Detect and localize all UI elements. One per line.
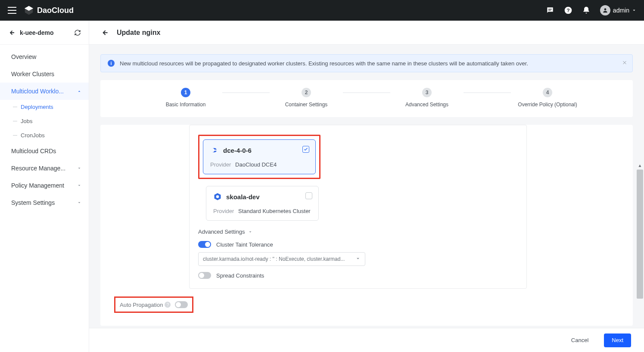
chevron-down-icon [77,200,82,205]
auto-propagation-label: Auto Propagation ? [120,302,171,308]
cluster-name: skoala-dev [226,193,260,201]
chevron-up-icon [77,89,82,94]
sidebar-item-deployments[interactable]: Deployments [0,100,89,114]
scroll-up-icon[interactable]: ▲ [637,162,643,169]
sidebar-nav: Overview Worker Clusters Multicloud Work… [0,45,89,215]
checkbox-icon[interactable] [305,192,312,199]
topbar: DaoCloud ? admin [0,0,644,21]
provider-label: Provider [210,161,231,168]
user-menu[interactable]: admin [600,5,636,15]
provider-value: DaoCloud DCE4 [235,161,277,168]
step-container-settings[interactable]: 2 Container Settings [270,88,343,108]
scrollbar-thumb[interactable] [637,170,643,299]
brand-text: DaoCloud [37,6,74,15]
alert-text: New multicloud resources will be propaga… [120,60,528,67]
highlighted-cluster: dce-4-0-6 Provider DaoCloud DCE4 [198,135,320,179]
cluster-card-dce[interactable]: dce-4-0-6 Provider DaoCloud DCE4 [203,139,316,174]
footer: Cancel Next [89,328,644,352]
page-header: Update nginx [89,21,644,45]
deploy-settings-box: dce-4-0-6 Provider DaoCloud DCE4 [189,125,527,289]
spread-constraints-label: Spread Constraints [216,272,264,279]
sidebar-item-policy-management[interactable]: Policy Management [0,177,89,194]
form-card: dce-4-0-6 Provider DaoCloud DCE4 [100,125,633,326]
chevron-down-icon [77,183,82,188]
sidebar-item-overview[interactable]: Overview [0,48,89,65]
chevron-down-icon [632,8,636,12]
context-name: k-uee-demo [20,29,74,36]
sidebar-item-system-settings[interactable]: System Settings [0,194,89,211]
checkbox-icon[interactable] [302,146,309,153]
cluster-name: dce-4-0-6 [223,147,252,154]
next-button[interactable]: Next [604,333,631,347]
help-icon[interactable]: ? [564,6,572,15]
help-icon[interactable]: ? [165,302,171,308]
hamburger-icon[interactable] [8,7,16,14]
select-value: cluster.karmada.io/not-ready : '' : NoEx… [203,256,355,262]
svg-rect-0 [548,9,552,9]
auto-propagation-switch[interactable] [175,301,188,308]
svg-text:?: ? [566,7,569,13]
cancel-button[interactable]: Cancel [563,333,596,347]
brand: DaoCloud [24,6,74,15]
sidebar-item-worker-clusters[interactable]: Worker Clusters [0,65,89,83]
taint-toleration-row: Cluster Taint Tolerance [198,241,518,248]
steps-card: 1 Basic Information 2 Container Settings… [100,80,633,117]
svg-rect-5 [214,150,217,151]
sidebar-item-multicloud-workloads[interactable]: Multicloud Worklo... [0,83,89,100]
taint-toleration-label: Cluster Taint Tolerance [216,241,273,248]
taint-toleration-select[interactable]: cluster.karmada.io/not-ready : '' : NoEx… [198,252,365,266]
spread-constraints-row: Spread Constraints [198,272,518,279]
info-alert: i New multicloud resources will be propa… [100,54,633,72]
sidebar-item-cronjobs[interactable]: CronJobs [0,128,89,142]
chevron-down-icon [248,230,252,234]
sidebar-item-resource-management[interactable]: Resource Manage... [0,160,89,177]
sidebar-header: k-uee-demo [0,21,89,45]
svg-point-4 [604,8,607,10]
user-name: admin [613,7,629,14]
sidebar-item-jobs[interactable]: Jobs [0,114,89,128]
provider-label: Provider [213,208,234,214]
cluster-selector: dce-4-0-6 Provider DaoCloud DCE4 [198,133,518,221]
step-override-policy[interactable]: 4 Override Policy (Optional) [511,88,584,108]
sidebar: k-uee-demo Overview Worker Clusters Mult… [0,21,89,352]
info-icon: i [108,60,115,67]
cluster-logo-icon [210,146,219,154]
svg-rect-1 [548,10,551,10]
page-back-icon[interactable] [100,28,109,37]
avatar-icon [600,5,610,15]
close-icon[interactable] [622,60,627,67]
chevron-down-icon [77,166,82,171]
chevron-down-icon [355,256,361,262]
svg-point-7 [216,195,219,198]
main: Update nginx i New multicloud resources … [89,21,644,352]
spread-constraints-switch[interactable] [198,272,211,279]
refresh-icon[interactable] [74,29,81,36]
cluster-card-skoala[interactable]: skoala-dev Provider Standard Kubernetes … [206,186,319,221]
advanced-settings-toggle[interactable]: Advanced Settings [198,228,518,235]
back-icon[interactable] [8,29,16,37]
logo-icon [24,6,34,15]
provider-value: Standard Kubernetes Cluster [238,208,311,214]
topbar-actions: ? admin [546,5,636,15]
chat-icon[interactable] [546,6,554,15]
scroll-area: i New multicloud resources will be propa… [89,45,644,328]
bell-icon[interactable] [582,6,591,15]
step-advanced-settings[interactable]: 3 Advanced Settings [390,88,464,108]
auto-propagation-highlight: Auto Propagation ? [114,296,193,313]
taint-toleration-switch[interactable] [198,241,211,248]
kubernetes-logo-icon [213,192,222,201]
page-title: Update nginx [117,29,160,37]
sidebar-item-multicloud-crds[interactable]: Multicloud CRDs [0,142,89,160]
step-basic-information[interactable]: 1 Basic Information [149,88,222,108]
